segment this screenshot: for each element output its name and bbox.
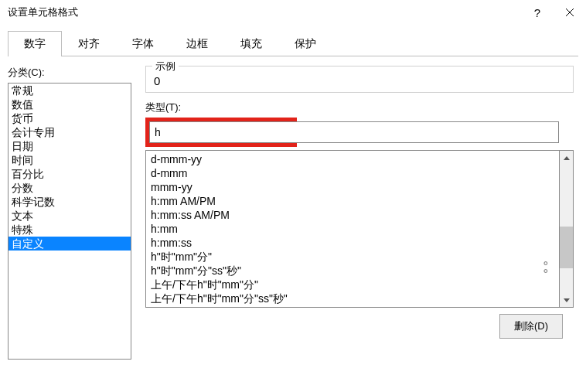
format-option[interactable]: h:mm AM/PM — [146, 194, 559, 208]
format-option[interactable]: h"时"mm"分" — [146, 250, 559, 264]
format-option[interactable]: 上午/下午h"时"mm"分"ss"秒" — [146, 291, 559, 305]
format-option[interactable]: h:mm:ss AM/PM — [146, 208, 559, 222]
format-option[interactable]: d-mmm — [146, 166, 559, 180]
sample-value: 0 — [154, 74, 565, 87]
close-icon — [565, 8, 574, 17]
type-list-scrollbar[interactable] — [560, 150, 574, 308]
tab-0[interactable]: 数字 — [8, 31, 62, 56]
tab-2[interactable]: 字体 — [116, 31, 170, 56]
scroll-grip-icon: ⚬⚬ — [541, 260, 550, 275]
tab-1[interactable]: 对齐 — [62, 31, 116, 56]
category-label: 分类(C): — [8, 66, 45, 80]
sample-group-title: 示例 — [152, 60, 179, 73]
scroll-handle[interactable] — [560, 227, 573, 268]
format-option[interactable]: d-mmm-yy — [146, 152, 559, 166]
category-item[interactable]: 时间 — [9, 153, 131, 167]
scroll-track[interactable] — [560, 165, 573, 293]
tab-5[interactable]: 保护 — [278, 31, 332, 56]
category-item[interactable]: 会计专用 — [9, 125, 131, 139]
type-label: 类型(T): — [145, 101, 181, 114]
category-item[interactable]: 文本 — [9, 209, 131, 223]
scroll-up-arrow[interactable] — [560, 151, 573, 165]
svg-marker-2 — [564, 156, 570, 160]
format-option[interactable]: h:mm — [146, 222, 559, 236]
tab-3[interactable]: 边框 — [170, 31, 224, 56]
type-input[interactable] — [149, 121, 559, 143]
format-option[interactable]: 上午/下午h"时"mm"分" — [146, 278, 559, 291]
tab-4[interactable]: 填充 — [224, 31, 278, 56]
format-option[interactable]: h"时"mm"分"ss"秒" — [146, 264, 559, 278]
svg-marker-3 — [564, 298, 570, 302]
delete-button[interactable]: 删除(D) — [499, 314, 563, 339]
category-item[interactable]: 分数 — [9, 181, 131, 195]
sample-group: 示例 0 — [145, 66, 574, 93]
category-item[interactable]: 数值 — [9, 97, 131, 111]
window-title: 设置单元格格式 — [8, 5, 521, 19]
category-item[interactable]: 自定义 — [9, 237, 131, 251]
tabs-container: 数字对齐字体边框填充保护 — [0, 25, 586, 56]
category-item[interactable]: 常规 — [9, 84, 131, 97]
format-option[interactable]: mmm-yy — [146, 180, 559, 194]
category-item[interactable]: 百分比 — [9, 167, 131, 181]
delete-button-label: 删除(D) — [514, 320, 548, 332]
close-button[interactable] — [554, 0, 586, 25]
category-item[interactable]: 科学记数 — [9, 195, 131, 209]
category-listbox[interactable]: 常规数值货币会计专用日期时间百分比分数科学记数文本特殊自定义 — [8, 83, 131, 360]
category-item[interactable]: 货币 — [9, 111, 131, 125]
category-item[interactable]: 特殊 — [9, 223, 131, 237]
help-button[interactable]: ? — [521, 0, 554, 25]
titlebar: 设置单元格格式 ? — [0, 0, 586, 25]
format-option[interactable]: h:mm:ss — [146, 236, 559, 250]
type-input-highlight — [145, 118, 297, 147]
scroll-down-arrow[interactable] — [560, 293, 573, 307]
category-item[interactable]: 日期 — [9, 139, 131, 153]
type-format-listbox[interactable]: d-mmm-yyd-mmmmmm-yyh:mm AM/PMh:mm:ss AM/… — [145, 150, 560, 308]
